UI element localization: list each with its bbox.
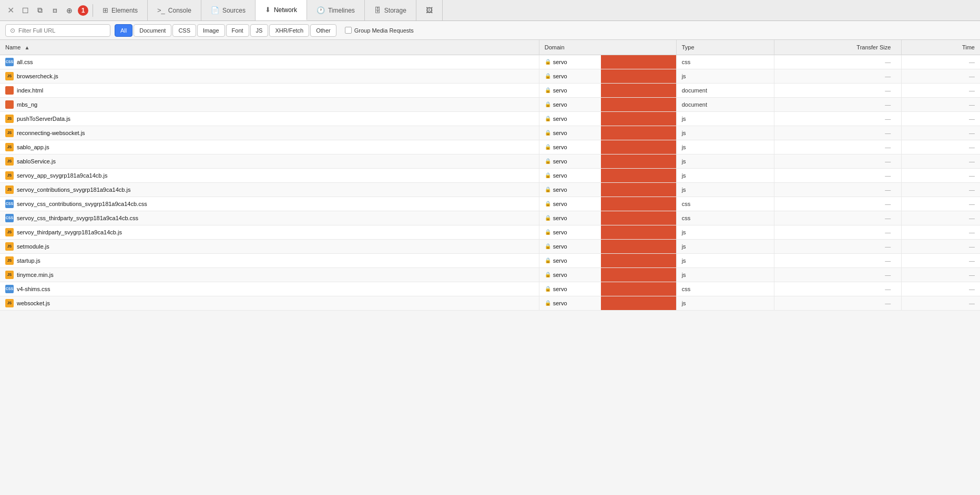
table-row[interactable]: JS servoy_contributions_svygrp181a9ca14c… [0, 182, 980, 197]
cell-time: — [902, 253, 980, 267]
col-header-size[interactable]: Transfer Size [774, 40, 902, 55]
file-type-icon: JS [5, 299, 14, 307]
domain-text: servo [553, 243, 567, 250]
lock-icon: 🔒 [545, 286, 551, 292]
table-row[interactable]: JS setmodule.js 🔒 servo js—— [0, 239, 980, 253]
cell-type: css [676, 55, 774, 69]
filter-input[interactable] [18, 27, 106, 34]
cell-domain: 🔒 servo [539, 282, 676, 296]
cell-size: — [774, 267, 902, 282]
file-name: mbs_ng [17, 101, 37, 108]
cell-name: JS servoy_app_svygrp181a9ca14cb.js [0, 168, 539, 182]
cell-name: JS setmodule.js [0, 239, 539, 253]
cell-type: js [676, 296, 774, 310]
tab-timelines[interactable]: 🕐 Timelines [307, 0, 365, 20]
filter-input-wrapper[interactable]: ⊙ [5, 24, 110, 37]
lock-icon: 🔒 [545, 229, 551, 235]
cell-time: — [902, 126, 980, 140]
cell-domain: 🔒 servo [539, 97, 676, 111]
tab-graphics[interactable]: 🖼 [416, 0, 443, 20]
cell-time: — [902, 83, 980, 97]
table-row[interactable]: CSS servoy_css_thirdparty_svygrp181a9ca1… [0, 211, 980, 225]
cell-type: js [676, 225, 774, 239]
filter-bar: ⊙ All Document CSS Image Font JS XHR/Fet… [0, 21, 980, 40]
table-header-row: Name ▲ Domain Type Transfer Size Time [0, 40, 980, 55]
col-header-type[interactable]: Type [676, 40, 774, 55]
table-row[interactable]: index.html 🔒 servo document—— [0, 83, 980, 97]
filter-btn-all[interactable]: All [115, 24, 132, 37]
table-row[interactable]: CSS v4-shims.css 🔒 servo css—— [0, 282, 980, 296]
lock-icon: 🔒 [545, 215, 551, 221]
cell-size: — [774, 296, 902, 310]
file-name: servoy_contributions_svygrp181a9ca14cb.j… [17, 187, 130, 193]
cell-domain: 🔒 servo [539, 253, 676, 267]
filter-btn-xhr[interactable]: XHR/Fetch [269, 24, 309, 37]
group-media-label[interactable]: Group Media Requests [345, 27, 414, 34]
cell-domain: 🔒 servo [539, 197, 676, 211]
window-single-icon[interactable]: ☐ [19, 4, 32, 17]
col-header-time[interactable]: Time [902, 40, 980, 55]
tab-storage[interactable]: 🗄 Storage [365, 0, 416, 20]
cell-name: CSS servoy_css_thirdparty_svygrp181a9ca1… [0, 211, 539, 225]
close-button[interactable]: ✕ [4, 4, 17, 17]
cell-size: — [774, 154, 902, 168]
col-name-label: Name [5, 44, 21, 50]
sources-tab-icon: 📄 [211, 6, 219, 14]
group-media-text: Group Media Requests [354, 27, 414, 34]
network-tab-icon: ⬇ [265, 6, 271, 14]
file-type-icon: CSS [5, 200, 14, 208]
domain-text: servo [553, 229, 567, 235]
tab-network[interactable]: ⬇ Network [256, 0, 307, 20]
error-badge[interactable]: 1 [78, 5, 88, 16]
filter-btn-css[interactable]: CSS [172, 24, 196, 37]
table-row[interactable]: JS servoy_app_svygrp181a9ca14cb.js 🔒 ser… [0, 168, 980, 182]
domain-text: servo [553, 73, 567, 79]
table-row[interactable]: JS reconnecting-websocket.js 🔒 servo js—… [0, 126, 980, 140]
cell-size: — [774, 83, 902, 97]
cell-size: — [774, 253, 902, 267]
cell-name: JS startup.js [0, 253, 539, 267]
table-row[interactable]: JS startup.js 🔒 servo js—— [0, 253, 980, 267]
cell-size: — [774, 140, 902, 154]
table-row[interactable]: JS pushToServerData.js 🔒 servo js—— [0, 111, 980, 126]
tab-sources[interactable]: 📄 Sources [201, 0, 256, 20]
filter-btn-other[interactable]: Other [310, 24, 336, 37]
cell-time: — [902, 267, 980, 282]
cell-name: CSS v4-shims.css [0, 282, 539, 296]
tab-elements[interactable]: ⊞ Elements [93, 0, 148, 20]
file-type-icon: JS [5, 143, 14, 151]
filter-btn-document[interactable]: Document [134, 24, 171, 37]
table-row[interactable]: mbs_ng 🔒 servo document—— [0, 97, 980, 111]
table-row[interactable]: JS sabloService.js 🔒 servo js—— [0, 154, 980, 168]
window-split-icon[interactable]: ⧉ [34, 4, 46, 17]
cell-type: js [676, 239, 774, 253]
cell-size: — [774, 282, 902, 296]
cell-time: — [902, 282, 980, 296]
cell-domain: 🔒 servo [539, 225, 676, 239]
group-media-checkbox[interactable] [345, 27, 352, 34]
table-row[interactable]: JS browsercheck.js 🔒 servo js—— [0, 69, 980, 83]
file-type-icon: JS [5, 72, 14, 80]
tab-console[interactable]: >_ Console [148, 0, 201, 20]
inspect-icon[interactable]: ⊕ [63, 4, 76, 17]
cell-size: — [774, 69, 902, 83]
table-row[interactable]: CSS servoy_css_contributions_svygrp181a9… [0, 197, 980, 211]
col-header-name[interactable]: Name ▲ [0, 40, 539, 55]
cell-type: css [676, 211, 774, 225]
col-header-domain[interactable]: Domain [539, 40, 676, 55]
table-row[interactable]: JS websocket.js 🔒 servo js—— [0, 296, 980, 310]
cell-domain: 🔒 servo [539, 69, 676, 83]
cell-size: — [774, 111, 902, 126]
filter-btn-font[interactable]: Font [226, 24, 249, 37]
cell-size: — [774, 211, 902, 225]
table-row[interactable]: JS sablo_app.js 🔒 servo js—— [0, 140, 980, 154]
lock-icon: 🔒 [545, 87, 551, 93]
table-row[interactable]: JS servoy_thirdparty_svygrp181a9ca14cb.j… [0, 225, 980, 239]
filter-btn-image[interactable]: Image [197, 24, 225, 37]
table-row[interactable]: CSS all.css 🔒 servo css—— [0, 55, 980, 69]
window-double-icon[interactable]: ⧈ [48, 4, 61, 17]
domain-text: servo [553, 286, 567, 292]
table-row[interactable]: JS tinymce.min.js 🔒 servo js—— [0, 267, 980, 282]
filter-btn-js[interactable]: JS [250, 24, 269, 37]
cell-type: js [676, 126, 774, 140]
